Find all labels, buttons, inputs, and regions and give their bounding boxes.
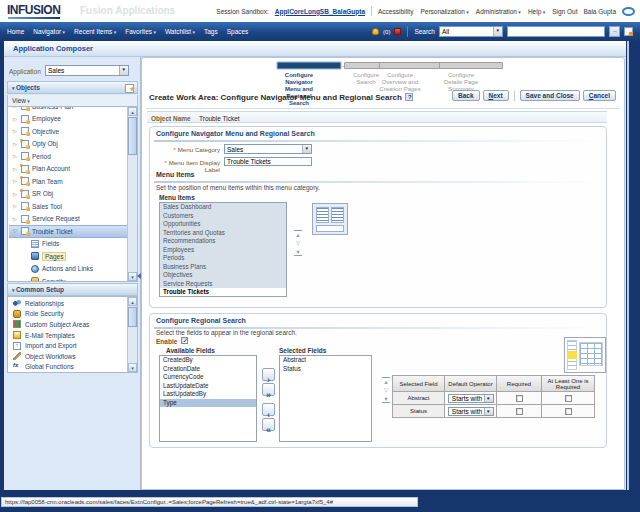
tree-item[interactable]: Service Request [9,213,127,226]
view-menu[interactable]: View [7,95,138,106]
dropdown-arrow-icon[interactable] [484,395,493,402]
search-input[interactable] [507,26,605,37]
back-button[interactable]: Back [452,90,480,101]
tree-item[interactable]: Objective [9,125,127,138]
expand-icon[interactable] [13,107,18,109]
train-stop[interactable]: Configure Overview and Creation Pages [378,62,444,93]
menu-item-option[interactable]: Customers [160,212,286,221]
train-stop-icon[interactable] [439,62,503,69]
nav-menu-item[interactable]: Favorites [125,28,156,35]
common-setup-item[interactable]: Object Workflows [9,351,127,362]
available-field-option[interactable]: LastUpdateDate [160,382,256,391]
expand-icon[interactable] [13,203,18,209]
at-least-one-checkbox[interactable] [565,395,572,402]
tree-item[interactable]: SR Obj [9,188,127,201]
menu-item-option[interactable]: Service Requests [160,280,286,289]
move-to-bottom-icon[interactable] [294,248,302,256]
scroll-up-icon[interactable] [128,107,137,116]
tasks-icon[interactable] [394,28,401,35]
header-menu-link[interactable]: Personalization [420,8,468,15]
tree-scrollbar[interactable] [127,107,137,281]
menu-item-option[interactable]: Periods [160,254,286,263]
expand-icon[interactable] [13,128,18,134]
menu-item-option[interactable]: Sales Dashboard [160,203,286,212]
menu-item-option[interactable]: Opportunities [160,220,286,229]
header-menu-link[interactable]: Administration [476,8,521,15]
common-setup-item[interactable]: E-Mail Templates [9,330,127,341]
expand-icon[interactable] [13,228,18,234]
menu-item-option[interactable]: Territories and Quotas [160,229,286,238]
menu-item-option[interactable]: Recommendations [160,237,286,246]
tree-item[interactable]: Fields [9,238,127,251]
nav-menu-item[interactable]: Home [7,28,24,35]
common-setup-item[interactable]: Import and Export [9,340,127,351]
available-field-option[interactable]: CreationDate [160,365,256,374]
move-to-top-icon[interactable] [382,377,390,385]
tree-item[interactable]: Trouble Ticket [9,225,127,238]
common-setup-panel-header[interactable]: Common Setup [7,283,138,296]
cancel-button[interactable]: Cancel [583,90,616,101]
save-and-close-button[interactable]: Save and Close [520,90,580,101]
available-field-option[interactable]: LastUpdatedBy [160,390,256,399]
display-label-input[interactable] [224,157,312,166]
train-stop-icon[interactable] [277,62,341,69]
search-scope-select[interactable]: All [439,26,503,37]
move-selected-right-button[interactable] [262,368,275,381]
tree-item[interactable]: Security [9,275,127,281]
tree-item[interactable]: Sales Tool [9,200,127,213]
menu-item-option[interactable]: Trouble Tickets [160,288,286,297]
nav-menu-item[interactable]: Tags [204,28,218,35]
selected-field-option[interactable]: Abstract [280,356,371,365]
notifications-bell-icon[interactable] [372,28,379,35]
move-down-icon[interactable] [382,386,390,394]
move-all-right-button[interactable] [262,383,275,396]
header-menu-link[interactable]: Accessibility [378,8,413,15]
menu-item-option[interactable]: Employees [160,246,286,255]
common-setup-item[interactable]: Relationships [9,298,127,309]
expand-icon[interactable] [13,141,18,147]
expand-icon[interactable] [13,116,18,122]
move-to-top-icon[interactable] [294,230,302,238]
dropdown-arrow-icon[interactable] [302,145,311,153]
scroll-down-icon[interactable] [128,363,137,372]
tree-item[interactable]: Plan Team [9,175,127,188]
scroll-down-icon[interactable] [128,272,137,281]
dropdown-arrow-icon[interactable] [119,66,128,75]
at-least-one-checkbox[interactable] [565,408,572,415]
help-icon[interactable] [405,93,413,101]
application-select[interactable]: Sales [45,65,129,76]
expand-icon[interactable] [13,166,18,172]
menu-item-option[interactable]: Objectives [160,271,286,280]
operator-select[interactable]: Starts with [448,394,494,403]
scrollbar-thumb[interactable] [128,117,137,155]
enable-checkbox[interactable] [181,337,188,344]
header-menu-link[interactable]: Help [528,8,545,15]
search-go-button[interactable] [609,26,620,37]
move-all-left-button[interactable] [262,418,275,431]
train-stop[interactable]: Configure Details Page Summary [439,62,497,93]
available-field-option[interactable]: Type [160,399,256,408]
move-selected-left-button[interactable] [262,403,275,416]
common-setup-item[interactable]: Role Security [9,309,127,320]
required-checkbox[interactable] [516,395,523,402]
expand-icon[interactable] [13,191,18,197]
nav-menu-item[interactable]: Watchlist [165,28,195,35]
scroll-up-icon[interactable] [128,297,137,306]
train-stop-icon[interactable] [379,62,443,69]
tree-item[interactable]: Actions and Links [9,263,127,276]
nav-menu-item[interactable]: Navigator [33,28,65,35]
menu-item-option[interactable]: Business Plans [160,263,286,272]
expand-icon[interactable] [13,153,18,159]
chat-bubble-icon[interactable] [622,7,635,16]
operator-select[interactable]: Starts with [448,407,494,416]
tree-item[interactable]: Opty Obj [9,138,127,151]
tree-item[interactable]: Employee [9,113,127,126]
list-scrollbar[interactable] [127,297,137,372]
expand-icon[interactable] [13,216,18,222]
objects-panel-header[interactable]: Objects [7,81,138,94]
dropdown-arrow-icon[interactable] [484,408,493,415]
expand-icon[interactable] [13,178,18,184]
scrollbar-thumb[interactable] [128,307,137,327]
next-button[interactable]: Next [483,90,509,101]
tree-item[interactable]: Pages [9,250,127,263]
